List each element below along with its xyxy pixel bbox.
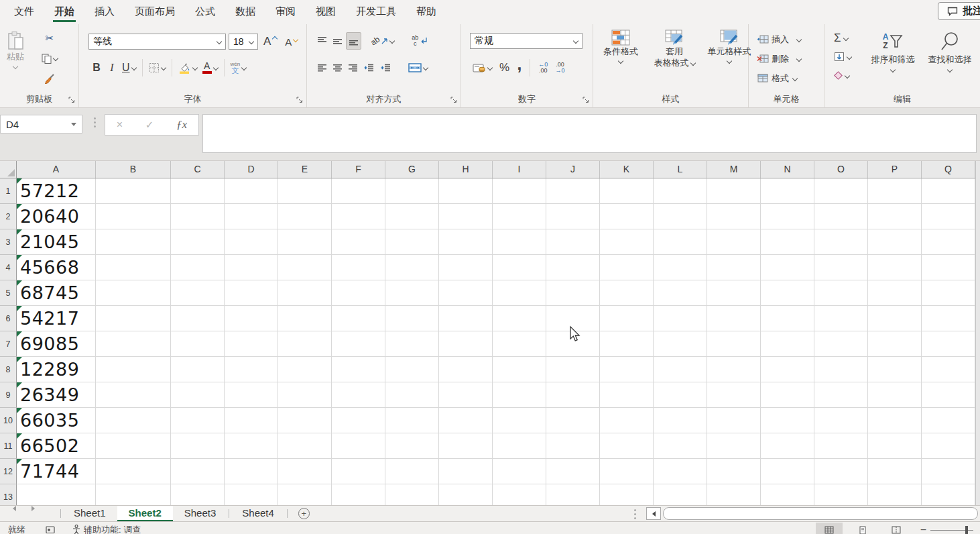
- cell-Q9[interactable]: [922, 382, 975, 408]
- cell-L10[interactable]: [654, 408, 707, 433]
- horizontal-scrollbar-thumb[interactable]: [663, 507, 978, 520]
- cell-J10[interactable]: [546, 408, 600, 433]
- cell-N7[interactable]: [761, 331, 814, 357]
- scroll-left-button[interactable]: [646, 507, 661, 520]
- cell-C3[interactable]: [171, 229, 225, 255]
- cell-H13[interactable]: [439, 484, 493, 505]
- cell-L8[interactable]: [654, 357, 707, 382]
- number-dialog-launcher[interactable]: [583, 97, 589, 103]
- cell-P11[interactable]: [868, 433, 922, 459]
- cell-K2[interactable]: [600, 204, 654, 229]
- cell-Q4[interactable]: [922, 255, 975, 280]
- decrease-font-size-button[interactable]: A: [282, 33, 300, 50]
- accounting-format-button[interactable]: [470, 59, 495, 76]
- cell-H9[interactable]: [439, 382, 493, 408]
- cell-Q2[interactable]: [922, 204, 975, 229]
- find-select-button[interactable]: 查找和选择: [921, 30, 979, 72]
- cell-J9[interactable]: [546, 382, 600, 408]
- column-header-G[interactable]: G: [385, 161, 439, 178]
- cell-E11[interactable]: [278, 433, 332, 459]
- cell-N8[interactable]: [761, 357, 814, 382]
- new-sheet-button[interactable]: +: [298, 508, 310, 519]
- cell-C2[interactable]: [171, 204, 225, 229]
- cell-G10[interactable]: [385, 408, 439, 433]
- cell-I6[interactable]: [493, 306, 546, 331]
- column-header-P[interactable]: P: [868, 161, 922, 178]
- cell-D12[interactable]: [225, 459, 278, 484]
- cell-F7[interactable]: [332, 331, 385, 357]
- comma-style-button[interactable]: ,: [514, 59, 524, 76]
- cell-Q3[interactable]: [922, 229, 975, 255]
- cell-J2[interactable]: [546, 204, 600, 229]
- cell-E2[interactable]: [278, 204, 332, 229]
- align-bottom-button[interactable]: [346, 32, 361, 50]
- cell-H6[interactable]: [439, 306, 493, 331]
- row-header-2[interactable]: 2: [0, 204, 17, 229]
- cell-D4[interactable]: [225, 255, 278, 280]
- cell-K5[interactable]: [600, 280, 654, 306]
- cell-P10[interactable]: [868, 408, 922, 433]
- cell-Q5[interactable]: [922, 280, 975, 306]
- menu-tab-开始[interactable]: 开始: [44, 0, 84, 24]
- insert-cells-button[interactable]: 插入: [757, 31, 801, 48]
- cell-K8[interactable]: [600, 357, 654, 382]
- scrollbar-drag-dots[interactable]: [634, 509, 636, 519]
- cell-F3[interactable]: [332, 229, 385, 255]
- cell-D3[interactable]: [225, 229, 278, 255]
- cell-M11[interactable]: [707, 433, 761, 459]
- cell-N3[interactable]: [761, 229, 814, 255]
- normal-view-button[interactable]: [816, 523, 843, 534]
- cell-D6[interactable]: [225, 306, 278, 331]
- cell-O10[interactable]: [814, 408, 868, 433]
- cell-N2[interactable]: [761, 204, 814, 229]
- menu-tab-插入[interactable]: 插入: [84, 0, 125, 24]
- sheet-tab-Sheet4[interactable]: Sheet4: [231, 506, 286, 521]
- cell-L6[interactable]: [654, 306, 707, 331]
- cell-P5[interactable]: [868, 280, 922, 306]
- align-middle-button[interactable]: [330, 32, 345, 50]
- cell-A6[interactable]: 54217: [17, 306, 96, 331]
- clipboard-dialog-launcher[interactable]: [68, 97, 75, 103]
- cell-D8[interactable]: [225, 357, 278, 382]
- alignment-dialog-launcher[interactable]: [450, 97, 457, 103]
- cell-A2[interactable]: 20640: [17, 204, 96, 229]
- underline-button[interactable]: U: [119, 59, 139, 76]
- cell-F12[interactable]: [332, 459, 385, 484]
- format-as-table-button[interactable]: 套用 表格格式: [648, 30, 700, 68]
- cell-styles-button[interactable]: 单元格样式: [705, 30, 754, 68]
- column-header-B[interactable]: B: [96, 161, 171, 178]
- cell-G11[interactable]: [385, 433, 439, 459]
- cell-F4[interactable]: [332, 255, 385, 280]
- menu-tab-页面布局[interactable]: 页面布局: [125, 0, 185, 24]
- cell-H11[interactable]: [439, 433, 493, 459]
- cell-B7[interactable]: [96, 331, 171, 357]
- font-size-select[interactable]: 18: [229, 34, 258, 50]
- align-right-button[interactable]: [346, 59, 360, 76]
- delete-cells-button[interactable]: 删除: [757, 50, 801, 67]
- cell-J4[interactable]: [546, 255, 600, 280]
- cell-M5[interactable]: [707, 280, 761, 306]
- sheet-tab-Sheet1[interactable]: Sheet1: [62, 506, 117, 521]
- cell-L13[interactable]: [654, 484, 707, 505]
- cell-H3[interactable]: [439, 229, 493, 255]
- cell-Q7[interactable]: [922, 331, 975, 357]
- borders-button[interactable]: [146, 59, 168, 76]
- row-header-7[interactable]: 7: [0, 331, 17, 357]
- cell-I9[interactable]: [493, 382, 546, 408]
- format-painter-button[interactable]: [39, 70, 60, 87]
- cell-Q8[interactable]: [922, 357, 975, 382]
- name-box[interactable]: D4: [0, 115, 82, 134]
- cell-O3[interactable]: [814, 229, 868, 255]
- cell-O2[interactable]: [814, 204, 868, 229]
- cell-F10[interactable]: [332, 408, 385, 433]
- cell-N11[interactable]: [761, 433, 814, 459]
- cell-B11[interactable]: [96, 433, 171, 459]
- cell-A12[interactable]: 71744: [17, 459, 96, 484]
- align-left-button[interactable]: [315, 59, 329, 76]
- cell-L2[interactable]: [654, 204, 707, 229]
- cell-A3[interactable]: 21045: [17, 229, 96, 255]
- menu-tab-视图[interactable]: 视图: [306, 0, 346, 24]
- cell-E12[interactable]: [278, 459, 332, 484]
- cell-Q10[interactable]: [922, 408, 975, 433]
- row-header-9[interactable]: 9: [0, 382, 17, 408]
